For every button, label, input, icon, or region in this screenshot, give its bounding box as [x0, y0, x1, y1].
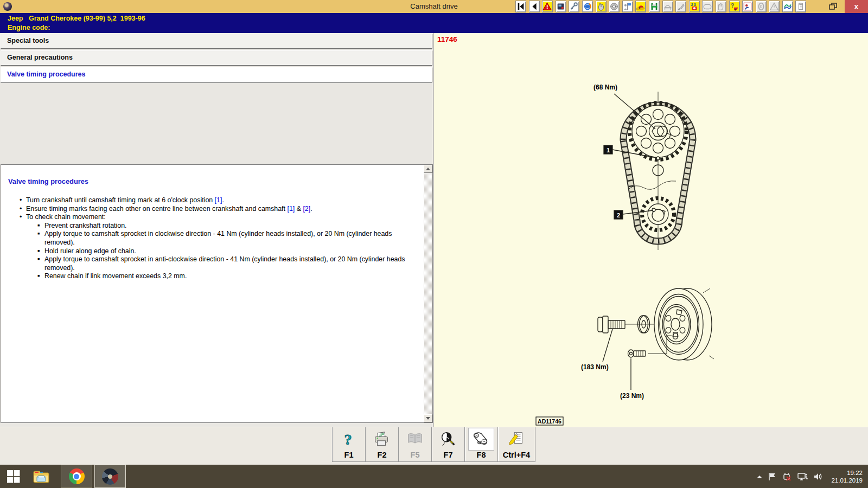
function-key-label: Ctrl+F4	[498, 451, 535, 459]
toolbar-button-tyre-icon	[756, 1, 767, 12]
toolbar-button-technician-icon[interactable]	[622, 1, 633, 12]
vehicle-lift-icon	[649, 1, 659, 12]
toolbar-button-nav-back-icon[interactable]	[529, 1, 540, 12]
clock-time: 19:22	[831, 469, 863, 477]
power-status-icon[interactable]	[782, 472, 793, 481]
restore-window-button[interactable]	[827, 2, 840, 11]
function-button-ctrl-f4[interactable]: Ctrl+F4	[498, 427, 535, 461]
toolbar-button-diagnostic-unit-icon[interactable]	[556, 1, 566, 12]
toolbar-button-wiring-diagram-icon[interactable]	[782, 1, 793, 12]
content-panel: Valve timing procedures Turn crankshaft …	[1, 164, 433, 423]
figure-reference-link[interactable]: [1]	[215, 196, 222, 204]
action-center-flag-icon[interactable]	[768, 472, 777, 481]
troubleshooter-icon: ?	[730, 1, 739, 12]
function-key-label: F1	[333, 451, 365, 459]
article-heading: Valve timing procedures	[8, 177, 411, 185]
repair-tools-icon	[569, 1, 579, 12]
toolbar-button-paint-brush-icon	[675, 1, 686, 12]
toolbar-button-body-outline-icon	[702, 1, 713, 12]
close-button[interactable]: x	[845, 0, 868, 13]
camshaft-torque-label: (68 Nm)	[593, 84, 617, 91]
scroll-down-icon	[426, 417, 430, 420]
procedure-step: Hold ruler along edge of chain.	[37, 247, 411, 256]
notes-icon	[507, 431, 526, 448]
procedure-step: Prevent crankshaft rotation.	[37, 222, 411, 230]
toolbar-button-repair-tools-icon[interactable]	[569, 1, 579, 12]
file-explorer-icon	[33, 469, 50, 484]
wiring-diagram-icon	[783, 1, 793, 12]
function-key-bar: ?F1F2F5F7F8Ctrl+F4	[0, 427, 868, 465]
vertical-scrollbar[interactable]	[424, 165, 432, 422]
toolbar-button-nav-first-icon[interactable]	[515, 1, 526, 12]
function-buttons: ?F1F2F5F7F8Ctrl+F4	[332, 427, 535, 462]
toolbar-button-wheel-icon[interactable]	[609, 1, 620, 12]
mouse-help-icon	[596, 1, 606, 12]
timing-mark-2-label: 2	[617, 212, 620, 219]
procedure-step: To check chain movement:	[20, 213, 411, 222]
warning-icon	[542, 1, 552, 12]
restore-icon	[829, 3, 838, 10]
body-outline-icon	[703, 1, 712, 12]
lift-disabled-icon	[663, 1, 673, 12]
section-header-special-tools[interactable]: Special tools	[1, 34, 432, 49]
diagnostic-unit-icon	[556, 1, 566, 12]
clock[interactable]: 19:22 21.01.2019	[831, 469, 863, 484]
scroll-up-icon	[426, 168, 430, 170]
section-list: Special toolsGeneral precautionsValve ti…	[0, 33, 433, 82]
toolbar-button-troubleshooter-icon[interactable]: ?	[729, 1, 740, 12]
function-button-f8[interactable]: F8	[465, 427, 498, 461]
title-bar: Camshaft drive 2 3? x	[0, 0, 868, 13]
volume-icon[interactable]	[813, 472, 823, 481]
figure-reference-code: AD11746	[538, 418, 561, 425]
service-indicator-icon: 2 3	[690, 1, 699, 12]
leader-183nm	[603, 329, 612, 362]
section-header-general-precautions[interactable]: General precautions	[1, 50, 432, 66]
file-explorer-button[interactable]	[28, 465, 54, 488]
nav-back-icon	[529, 1, 539, 12]
scroll-up-button[interactable]	[424, 165, 432, 173]
toolbar-button-vehicle-lift-icon[interactable]	[649, 1, 660, 12]
technician-icon	[623, 1, 633, 12]
vehicle-title: Jeep Grand Cherokee (93-99) 5,2 1993-96	[0, 13, 868, 23]
toolbar-button-warning-icon[interactable]	[542, 1, 553, 12]
function-button-f1[interactable]: ?F1	[333, 427, 366, 461]
function-button-f7[interactable]: F7	[432, 427, 465, 461]
help-icon: ?	[340, 431, 358, 448]
inspection-icon	[439, 431, 457, 448]
toolbar-button-service-indicator-icon[interactable]: 2 3	[689, 1, 700, 12]
glove-icon	[716, 1, 726, 12]
toolbar-button-wheel-alignment-icon[interactable]	[635, 1, 646, 12]
figure-reference-link[interactable]: [1]	[287, 205, 295, 213]
function-button-f2[interactable]: F2	[366, 427, 399, 461]
tray-expand-icon[interactable]	[756, 474, 763, 479]
function-key-label: F8	[465, 451, 497, 459]
taskbar: 19:22 21.01.2019	[0, 465, 868, 488]
wheel-alignment-icon	[636, 1, 646, 12]
crankshaft-pulley-diagram: (183 Nm) (23 Nm)	[581, 288, 714, 400]
toolbar-button-globe-icon[interactable]	[582, 1, 593, 12]
toolbar-button-cylinder-icon[interactable]	[795, 1, 806, 12]
autodata-taskbar-button[interactable]	[94, 465, 126, 488]
section-header-valve-timing-procedures[interactable]: Valve timing procedures	[1, 67, 432, 82]
toolbar-button-mouse-help-icon[interactable]	[596, 1, 607, 12]
timing-chain-diagram: (68 Nm) 1 2	[593, 84, 693, 250]
figure-reference: AD11746	[536, 417, 563, 425]
start-button[interactable]	[0, 465, 26, 488]
figure-reference-link[interactable]: [2]	[303, 205, 310, 213]
function-key-label: F7	[432, 451, 464, 459]
manuals-icon	[406, 431, 424, 448]
toolbar-button-airbag-icon[interactable]	[742, 1, 753, 12]
procedure-step: Apply torque to camshaft sprocket in ant…	[37, 255, 411, 272]
chrome-icon	[69, 468, 85, 484]
crankshaft-torque-label: (183 Nm)	[581, 363, 609, 371]
function-key-label: F2	[366, 451, 398, 459]
pulley-bolt-torque-label: (23 Nm)	[620, 392, 644, 400]
network-icon[interactable]	[797, 472, 808, 481]
chrome-taskbar-button[interactable]	[61, 465, 92, 488]
hazard-icon	[769, 1, 779, 12]
procedure-step: Renew chain if link movement exceeds 3,2…	[37, 272, 411, 281]
engine-code-label: Engine code:	[0, 23, 868, 33]
scroll-down-button[interactable]	[424, 414, 432, 422]
globe-icon	[583, 1, 592, 12]
autodata-disc-icon	[102, 468, 118, 485]
